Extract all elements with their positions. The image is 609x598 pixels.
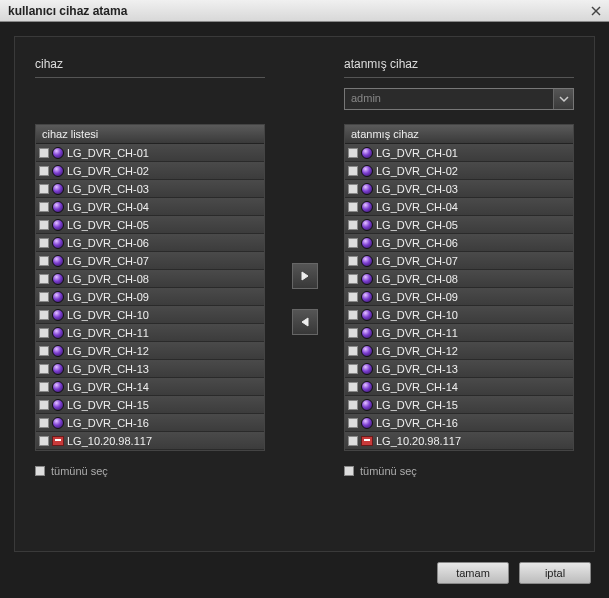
list-item[interactable]: LG_DVR_CH-08 [36, 270, 264, 288]
list-item-label: LG_DVR_CH-10 [67, 309, 149, 321]
footer: tamam iptal [14, 552, 595, 584]
list-item[interactable]: LG_DVR_CH-07 [36, 252, 264, 270]
list-item[interactable]: LG_DVR_CH-10 [36, 306, 264, 324]
list-item[interactable]: LG_DVR_CH-11 [345, 324, 573, 342]
left-section-header: cihaz [35, 57, 265, 78]
checkbox-icon[interactable] [39, 292, 49, 302]
checkbox-icon[interactable] [39, 184, 49, 194]
list-item[interactable]: LG_DVR_CH-15 [345, 396, 573, 414]
user-dropdown[interactable]: admin [344, 88, 574, 110]
close-button[interactable] [587, 3, 605, 19]
checkbox-icon[interactable] [39, 148, 49, 158]
list-item-label: LG_DVR_CH-10 [376, 309, 458, 321]
checkbox-icon[interactable] [39, 274, 49, 284]
camera-icon [361, 327, 373, 339]
checkbox-icon[interactable] [348, 382, 358, 392]
list-item[interactable]: LG_DVR_CH-13 [345, 360, 573, 378]
checkbox-icon[interactable] [39, 436, 49, 446]
checkbox-icon[interactable] [348, 436, 358, 446]
list-item[interactable]: LG_DVR_CH-05 [36, 216, 264, 234]
checkbox-icon[interactable] [39, 166, 49, 176]
camera-icon [361, 219, 373, 231]
checkbox-icon[interactable] [348, 274, 358, 284]
checkbox-icon[interactable] [348, 148, 358, 158]
list-item[interactable]: LG_DVR_CH-04 [36, 198, 264, 216]
list-item-label: LG_DVR_CH-14 [67, 381, 149, 393]
list-item[interactable]: LG_DVR_CH-11 [36, 324, 264, 342]
checkbox-icon[interactable] [39, 346, 49, 356]
checkbox-icon[interactable] [39, 310, 49, 320]
list-item-label: LG_DVR_CH-13 [376, 363, 458, 375]
list-item[interactable]: LG_DVR_CH-14 [36, 378, 264, 396]
list-item-label: LG_DVR_CH-12 [376, 345, 458, 357]
right-select-all-label: tümünü seç [360, 465, 417, 477]
camera-icon [52, 273, 64, 285]
list-item[interactable]: LG_DVR_CH-03 [36, 180, 264, 198]
checkbox-icon[interactable] [39, 238, 49, 248]
list-item[interactable]: LG_DVR_CH-06 [36, 234, 264, 252]
list-item[interactable]: LG_DVR_CH-05 [345, 216, 573, 234]
list-item[interactable]: LG_DVR_CH-02 [36, 162, 264, 180]
list-item-label: LG_DVR_CH-16 [376, 417, 458, 429]
checkbox-icon[interactable] [348, 220, 358, 230]
checkbox-icon[interactable] [39, 400, 49, 410]
user-dropdown-toggle[interactable] [553, 89, 573, 109]
right-select-all[interactable]: tümünü seç [344, 465, 574, 477]
checkbox-icon[interactable] [39, 382, 49, 392]
list-item[interactable]: LG_DVR_CH-15 [36, 396, 264, 414]
checkbox-icon[interactable] [348, 202, 358, 212]
list-item[interactable]: LG_DVR_CH-03 [345, 180, 573, 198]
checkbox-icon[interactable] [348, 310, 358, 320]
checkbox-icon[interactable] [39, 418, 49, 428]
camera-icon [361, 165, 373, 177]
checkbox-icon[interactable] [348, 184, 358, 194]
list-item[interactable]: LG_DVR_CH-01 [345, 144, 573, 162]
checkbox-icon[interactable] [348, 292, 358, 302]
camera-icon [361, 255, 373, 267]
ok-button[interactable]: tamam [437, 562, 509, 584]
list-item[interactable]: LG_DVR_CH-12 [36, 342, 264, 360]
list-item[interactable]: LG_DVR_CH-10 [345, 306, 573, 324]
list-item[interactable]: LG_DVR_CH-09 [36, 288, 264, 306]
checkbox-icon [344, 466, 354, 476]
list-item[interactable]: LG_10.20.98.117 [345, 432, 573, 450]
dvr-icon [361, 436, 373, 446]
window-title: kullanıcı cihaz atama [8, 4, 127, 18]
checkbox-icon[interactable] [348, 400, 358, 410]
list-item[interactable]: LG_DVR_CH-16 [345, 414, 573, 432]
right-column: atanmış cihaz admin atanmış cihaz LG_DVR… [344, 57, 574, 541]
list-item[interactable]: LG_10.20.98.117 [36, 432, 264, 450]
list-item[interactable]: LG_DVR_CH-04 [345, 198, 573, 216]
camera-icon [52, 309, 64, 321]
checkbox-icon[interactable] [348, 418, 358, 428]
assign-left-button[interactable] [292, 309, 318, 335]
list-item[interactable]: LG_DVR_CH-01 [36, 144, 264, 162]
list-item[interactable]: LG_DVR_CH-06 [345, 234, 573, 252]
checkbox-icon[interactable] [39, 202, 49, 212]
list-item[interactable]: LG_DVR_CH-14 [345, 378, 573, 396]
list-item[interactable]: LG_DVR_CH-08 [345, 270, 573, 288]
assign-right-button[interactable] [292, 263, 318, 289]
checkbox-icon[interactable] [348, 238, 358, 248]
list-item[interactable]: LG_DVR_CH-16 [36, 414, 264, 432]
checkbox-icon[interactable] [348, 256, 358, 266]
checkbox-icon[interactable] [348, 328, 358, 338]
assigned-list-box: atanmış cihaz LG_DVR_CH-01LG_DVR_CH-02LG… [344, 124, 574, 451]
list-item[interactable]: LG_DVR_CH-02 [345, 162, 573, 180]
list-item[interactable]: LG_DVR_CH-09 [345, 288, 573, 306]
list-item[interactable]: LG_DVR_CH-13 [36, 360, 264, 378]
camera-icon [361, 345, 373, 357]
list-item[interactable]: LG_DVR_CH-07 [345, 252, 573, 270]
cancel-button[interactable]: iptal [519, 562, 591, 584]
list-item[interactable]: LG_DVR_CH-12 [345, 342, 573, 360]
checkbox-icon[interactable] [39, 328, 49, 338]
checkbox-icon[interactable] [39, 220, 49, 230]
list-item-label: LG_DVR_CH-15 [376, 399, 458, 411]
checkbox-icon[interactable] [348, 166, 358, 176]
checkbox-icon[interactable] [348, 364, 358, 374]
user-dropdown-value: admin [345, 89, 553, 109]
checkbox-icon[interactable] [348, 346, 358, 356]
checkbox-icon[interactable] [39, 364, 49, 374]
left-select-all[interactable]: tümünü seç [35, 465, 265, 477]
checkbox-icon[interactable] [39, 256, 49, 266]
